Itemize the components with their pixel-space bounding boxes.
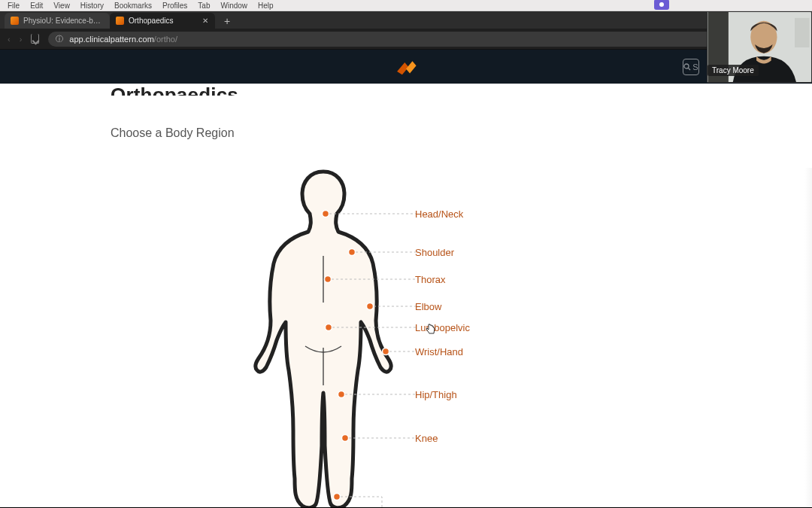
hotspot-wrist-hand[interactable] <box>383 348 389 355</box>
address-bar[interactable]: ⓘ app.clinicalpattern.com/ortho/ <box>48 32 752 47</box>
browser-tab-physiou[interactable]: PhysioU: Evidence-based Physica <box>5 13 110 29</box>
participant-video-thumbnail[interactable]: Tracy Moore <box>707 11 812 83</box>
os-menu-item[interactable]: Profiles <box>162 2 187 10</box>
page-title: Orthopaedics <box>111 85 238 96</box>
svg-line-1 <box>689 68 691 71</box>
browser-tabstrip: PhysioU: Evidence-based Physica Orthopae… <box>0 11 812 29</box>
forward-icon: › <box>20 35 23 44</box>
browser-tab-orthopaedics[interactable]: Orthopaedics ✕ <box>110 13 215 29</box>
tab-title: PhysioU: Evidence-based Physica <box>23 17 104 25</box>
hotspot-thorax[interactable] <box>325 276 332 283</box>
body-region-diagram <box>241 167 406 508</box>
region-label-knee[interactable]: Knee <box>415 433 438 444</box>
site-settings-icon[interactable]: ⓘ <box>56 34 63 44</box>
bookmark-icon[interactable] <box>31 34 39 44</box>
os-menu-item[interactable]: Window <box>220 2 247 10</box>
region-label-wrist-hand[interactable]: Wrist/Hand <box>415 346 463 357</box>
hotspot-ankle-foot[interactable] <box>334 494 341 500</box>
region-label-hip-thigh[interactable]: Hip/Thigh <box>415 389 457 400</box>
page-subtitle: Choose a Body Region <box>111 126 235 140</box>
hotspot-shoulder[interactable] <box>349 249 356 256</box>
os-menu-item[interactable]: File <box>8 2 20 10</box>
tab-title: Orthopaedics <box>129 17 197 25</box>
hotspot-head-neck[interactable] <box>323 211 329 217</box>
os-menu-item[interactable]: View <box>53 2 70 10</box>
close-tab-icon[interactable]: ✕ <box>201 17 209 25</box>
region-label-thorax[interactable]: Thorax <box>415 274 445 285</box>
scroll-shadow <box>804 168 812 508</box>
hotspot-knee[interactable] <box>342 435 349 442</box>
body-outline <box>256 172 391 508</box>
svg-rect-4 <box>795 18 810 47</box>
region-label-head-neck[interactable]: Head/Neck <box>415 208 463 220</box>
new-tab-button[interactable]: + <box>220 14 235 29</box>
hotspot-hip-thigh[interactable] <box>338 391 345 398</box>
app-header: S <box>0 50 812 84</box>
search-label: S <box>692 62 698 71</box>
participant-name-label: Tracy Moore <box>707 65 759 76</box>
os-menu-item[interactable]: History <box>80 2 104 10</box>
search-icon <box>683 63 691 71</box>
hotspot-elbow[interactable] <box>367 303 374 310</box>
region-label-list: Head/NeckShoulderThoraxElbowLumbopelvicW… <box>415 167 565 508</box>
search-button[interactable]: S <box>683 59 699 75</box>
region-label-shoulder[interactable]: Shoulder <box>415 247 454 258</box>
page-content: Orthopaedics Choose a Body Region Head/N… <box>0 84 812 508</box>
hotspot-lumbopelvic[interactable] <box>326 324 332 331</box>
region-label-elbow[interactable]: Elbow <box>415 301 441 312</box>
svg-point-0 <box>684 64 689 68</box>
physiou-logo-icon[interactable] <box>393 56 419 78</box>
favicon-icon <box>11 17 19 25</box>
os-menu-item[interactable]: Tab <box>198 2 210 10</box>
favicon-icon <box>116 17 124 25</box>
region-label-lumbopelvic[interactable]: Lumbopelvic <box>415 322 470 333</box>
back-icon[interactable]: ‹ <box>8 35 11 44</box>
os-menu-bar: File Edit View History Bookmarks Profile… <box>0 0 812 11</box>
os-menu-item[interactable]: Help <box>258 2 274 10</box>
browser-toolbar: ‹ › ⓘ app.clinicalpattern.com/ortho/ ⊕ ⇪… <box>0 29 812 50</box>
screen-record-indicator[interactable] <box>654 0 669 10</box>
os-menu-item[interactable]: Edit <box>30 2 43 10</box>
url-text: app.clinicalpattern.com/ortho/ <box>69 35 177 44</box>
os-menu-item[interactable]: Bookmarks <box>114 2 152 10</box>
leader-line <box>341 497 416 508</box>
